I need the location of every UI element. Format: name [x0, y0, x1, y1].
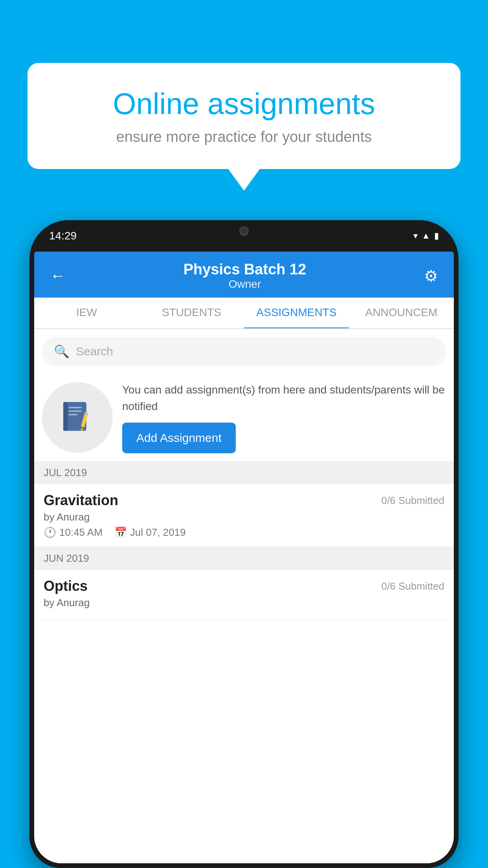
speech-bubble-subtitle: ensure more practice for your students	[55, 129, 433, 145]
notebook-icon	[60, 400, 95, 435]
speech-bubble-title: Online assignments	[55, 86, 433, 121]
assignment-submitted-gravitation: 0/6 Submitted	[382, 495, 444, 507]
assignment-row1-optics: Optics 0/6 Submitted	[44, 578, 444, 594]
assignment-item-gravitation[interactable]: Gravitation 0/6 Submitted by Anurag 🕐 10…	[34, 484, 454, 547]
search-placeholder: Search	[76, 345, 113, 358]
header-title: Physics Batch 12	[183, 261, 306, 278]
search-icon: 🔍	[54, 344, 70, 359]
header-title-group: Physics Batch 12 Owner	[183, 261, 306, 291]
tab-iew[interactable]: IEW	[34, 298, 139, 328]
calendar-icon: 📅	[114, 526, 127, 539]
phone-frame: 14:29 ▾ ▲ ▮ ← Physics Batch 12 Owner ⚙ I…	[29, 220, 459, 868]
search-bar[interactable]: 🔍 Search	[42, 337, 446, 366]
speech-bubble: Online assignments ensure more practice …	[28, 63, 460, 169]
settings-icon[interactable]: ⚙	[424, 267, 438, 285]
svg-rect-5	[69, 414, 78, 415]
app-header: ← Physics Batch 12 Owner ⚙	[34, 252, 454, 298]
time-value-gravitation: 10:45 AM	[59, 526, 103, 539]
section-header-jun-2019: JUN 2019	[34, 547, 454, 570]
assignment-author-gravitation: by Anurag	[44, 511, 444, 523]
empty-state-text: You can add assignment(s) from here and …	[122, 382, 446, 453]
svg-rect-3	[69, 407, 82, 408]
tab-students[interactable]: STUDENTS	[139, 298, 244, 328]
phone-screen: ← Physics Batch 12 Owner ⚙ IEW STUDENTS …	[34, 252, 454, 863]
status-icons: ▾ ▲ ▮	[413, 231, 439, 241]
empty-icon-circle	[42, 382, 113, 453]
assignment-item-optics[interactable]: Optics 0/6 Submitted by Anurag	[34, 570, 454, 620]
signal-icon: ▲	[422, 231, 430, 241]
speech-bubble-arrow	[228, 169, 260, 191]
screen-content: 🔍 Search	[34, 329, 454, 863]
speech-bubble-container: Online assignments ensure more practice …	[28, 63, 460, 191]
header-subtitle: Owner	[183, 278, 306, 291]
assignment-author-optics: by Anurag	[44, 597, 444, 609]
date-value-gravitation: Jul 07, 2019	[130, 526, 186, 539]
phone-top-bar: 14:29 ▾ ▲ ▮	[29, 220, 459, 252]
add-assignment-button[interactable]: Add Assignment	[122, 423, 236, 453]
tab-announcements[interactable]: ANNOUNCEM	[349, 298, 454, 328]
assignment-title-optics: Optics	[44, 578, 88, 594]
assignment-title-gravitation: Gravitation	[44, 492, 118, 509]
meta-time-gravitation: 🕐 10:45 AM	[44, 526, 103, 539]
back-button[interactable]: ←	[50, 267, 66, 285]
tabs-container: IEW STUDENTS ASSIGNMENTS ANNOUNCEM	[34, 298, 454, 329]
status-time: 14:29	[49, 230, 77, 242]
phone-camera	[239, 226, 249, 236]
section-header-jul-2019: JUL 2019	[34, 461, 454, 484]
assignment-row1: Gravitation 0/6 Submitted	[44, 492, 444, 509]
tab-assignments[interactable]: ASSIGNMENTS	[244, 298, 349, 329]
assignment-meta-gravitation: 🕐 10:45 AM 📅 Jul 07, 2019	[44, 526, 444, 539]
wifi-icon: ▾	[413, 231, 418, 241]
assignment-submitted-optics: 0/6 Submitted	[382, 580, 444, 592]
empty-state-description: You can add assignment(s) from here and …	[122, 382, 446, 415]
empty-state: You can add assignment(s) from here and …	[34, 370, 454, 461]
battery-icon: ▮	[434, 231, 439, 241]
svg-rect-2	[63, 402, 68, 431]
svg-rect-4	[69, 410, 82, 412]
phone-notch	[213, 220, 275, 242]
meta-date-gravitation: 📅 Jul 07, 2019	[114, 526, 186, 539]
clock-icon: 🕐	[44, 526, 56, 539]
